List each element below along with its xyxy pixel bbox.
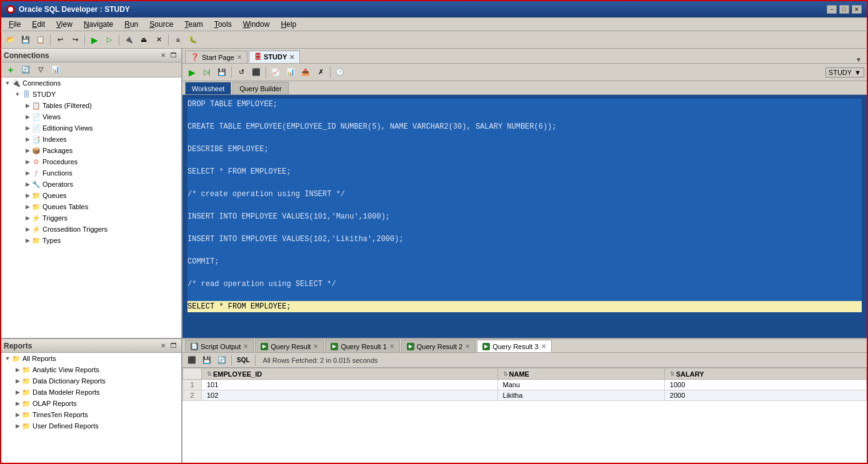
views-icon: 📄 [31,112,41,122]
connections-minimize-btn[interactable]: ✕ [159,51,167,59]
query-result-close-icon[interactable]: ✕ [313,343,318,350]
tree-item-connections-root[interactable]: ▼ 🔌 Connections [1,77,181,89]
tab-query-result-1[interactable]: ▶ Query Result 1 ✕ [325,340,399,352]
result-sql-btn[interactable]: SQL [234,353,252,367]
tree-item-queues[interactable]: ▶ 📁 Queues [1,190,181,201]
run-statement-btn[interactable]: ▷| [200,66,214,79]
tree-item-data-dictionary-reports[interactable]: ▶ 📁 Data Dictionary Reports [1,375,181,387]
tree-item-types[interactable]: ▶ 📁 Types [1,235,181,246]
oracle-logo-icon [6,5,15,14]
tab-worksheet[interactable]: Worksheet [185,82,231,94]
result-stop-btn[interactable]: ⬛ [185,353,199,367]
run-script-btn[interactable]: ▶ [185,66,199,79]
left-panel: Connections ✕ 🗖 + 🔄 ▽ 📊 ▼ 🔌 Connections [1,49,182,463]
title-bar-controls[interactable]: – □ ✕ [827,5,862,14]
tree-item-views[interactable]: ▶ 📄 Views [1,111,181,122]
toolbar-debug-btn[interactable]: 🐛 [186,33,200,47]
filter-connections-btn[interactable]: ▽ [34,63,47,77]
connections-restore-btn[interactable]: 🗖 [169,51,179,59]
script-output-close-icon[interactable]: ✕ [243,343,248,350]
dbms-output-btn[interactable]: 📤 [299,66,312,79]
tree-item-user-defined-reports[interactable]: ▶ 📁 User Defined Reports [1,420,181,432]
tabs-scroll-icon[interactable]: ▼ [856,56,862,63]
toolbar-run-btn[interactable]: ▶ [87,33,101,47]
toolbar-open-btn[interactable]: 📂 [4,33,17,47]
schema-browser-btn[interactable]: 📊 [49,63,62,77]
tree-item-study[interactable]: ▼ 🗄 STUDY [1,89,181,100]
tree-item-operators[interactable]: ▶ 🔧 Operators [1,179,181,190]
reports-restore-btn[interactable]: 🗖 [169,342,179,350]
commit-btn[interactable]: 💾 [215,66,229,79]
menu-tools[interactable]: Tools [209,19,237,30]
history-btn[interactable]: 🕒 [333,66,347,79]
toolbar-save-btn[interactable]: 💾 [19,33,32,47]
add-connection-btn[interactable]: + [4,63,17,77]
menu-file[interactable]: File [4,19,26,30]
close-button[interactable]: ✕ [852,5,862,14]
menu-help[interactable]: Help [276,19,301,30]
menu-source[interactable]: Source [144,19,178,30]
tree-item-tables[interactable]: ▶ 📋 Tables (Filtered) [1,100,181,111]
menu-edit[interactable]: Edit [27,19,50,30]
tree-item-crossedition-triggers[interactable]: ▶ ⚡ Crossedition Triggers [1,224,181,235]
menu-run[interactable]: Run [119,19,143,30]
toolbar-undo-btn[interactable]: ↩ [53,33,67,47]
query-result-2-close-icon[interactable]: ✕ [465,343,470,350]
tree-item-data-modeler-reports[interactable]: ▶ 📁 Data Modeler Reports [1,387,181,398]
tab-query-result[interactable]: ▶ Query Result ✕ [255,340,324,352]
col-header-employee-id[interactable]: ⇅ EMPLOYEE_ID [202,368,498,380]
minimize-button[interactable]: – [827,5,837,14]
reports-minimize-btn[interactable]: ✕ [159,342,167,350]
row-2-num: 2 [183,390,202,401]
study-sql-icon: 🗄 [254,53,261,61]
tree-item-editioning-views[interactable]: ▶ 📄 Editioning Views [1,122,181,134]
tree-item-queues-tables[interactable]: ▶ 📁 Queues Tables [1,201,181,212]
tree-item-functions[interactable]: ▶ ƒ Functions [1,167,181,179]
tree-item-triggers[interactable]: ▶ ⚡ Triggers [1,212,181,224]
result-export-btn[interactable]: 💾 [200,353,214,367]
tab-script-output[interactable]: 📄 Script Output ✕ [185,340,254,352]
tree-item-indexes[interactable]: ▶ 📑 Indexes [1,134,181,145]
maximize-button[interactable]: □ [839,5,849,14]
tab-start-page[interactable]: ❓ Start Page ✕ [185,51,247,63]
menu-view[interactable]: View [51,19,77,30]
tab-query-result-2[interactable]: ▶ Query Result 2 ✕ [401,340,476,352]
toolbar-connect-btn[interactable]: 🔌 [122,33,136,47]
table-row: 1 101 Manu 1000 [183,380,867,390]
tree-item-procedures[interactable]: ▶ ⚙ Procedures [1,156,181,167]
toolbar-save-all-btn[interactable]: 📋 [34,33,47,47]
menu-navigate[interactable]: Navigate [79,19,118,30]
tab-study-sql[interactable]: 🗄 STUDY ✕ [249,51,300,63]
tab-query-builder[interactable]: Query Builder [232,82,288,94]
autotrace-btn[interactable]: 📈 [269,66,282,79]
tree-item-timesten-reports[interactable]: ▶ 📁 TimesTen Reports [1,409,181,420]
code-editor[interactable]: DROP TABLE EMPLOYEE; CREATE TABLE EMPLOY… [182,95,867,338]
tree-item-all-reports[interactable]: ▼ 📁 All Reports [1,353,181,364]
connections-toolbar: + 🔄 ▽ 📊 [1,62,181,77]
study-sql-close-icon[interactable]: ✕ [289,54,294,61]
tab-query-result-3[interactable]: ▶ Query Result 3 ✕ [477,340,551,352]
rollback-btn[interactable]: ↺ [234,66,248,79]
toolbar-format-btn[interactable]: ≡ [171,33,185,47]
query-result-2-label: Query Result 2 [417,343,462,350]
explain-btn[interactable]: 📊 [284,66,297,79]
tree-item-packages[interactable]: ▶ 📦 Packages [1,145,181,156]
query-result-1-close-icon[interactable]: ✕ [389,343,394,350]
toolbar-run2-btn[interactable]: ▷ [102,33,116,47]
start-page-close-icon[interactable]: ✕ [237,54,242,61]
toolbar-disconnect-btn[interactable]: ⏏ [137,33,151,47]
result-refresh-btn[interactable]: 🔄 [215,353,229,367]
tree-item-olap-reports[interactable]: ▶ 📁 OLAP Reports [1,398,181,409]
query-result-3-close-icon[interactable]: ✕ [541,343,546,350]
toolbar-redo-btn[interactable]: ↪ [68,33,82,47]
menu-team[interactable]: Team [179,19,207,30]
clear-output-btn[interactable]: ✗ [314,66,327,79]
col-header-name[interactable]: ⇅ NAME [497,368,664,380]
col-header-salary[interactable]: ⇅ SALARY [664,368,866,380]
cancel-btn[interactable]: ⬛ [249,66,263,79]
toolbar-clear-btn[interactable]: ✕ [152,33,166,47]
menu-window[interactable]: Window [238,19,275,30]
sql-connection-selector[interactable]: STUDY ▼ [826,67,864,77]
refresh-connections-btn[interactable]: 🔄 [19,63,32,77]
tree-item-analytic-view-reports[interactable]: ▶ 📁 Analytic View Reports [1,364,181,375]
